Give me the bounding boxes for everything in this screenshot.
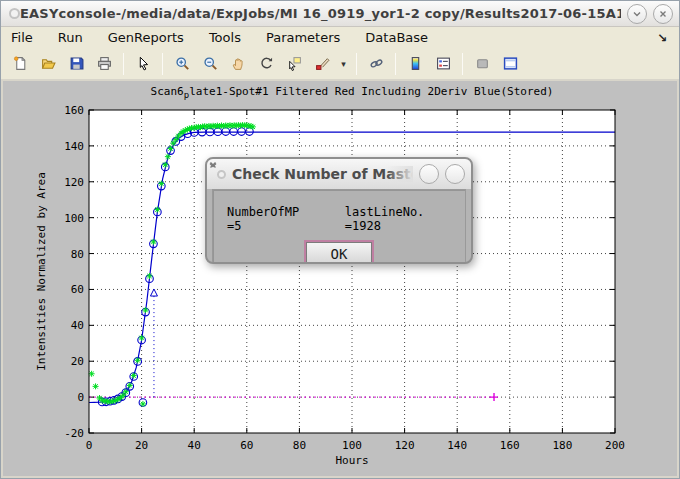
window-title: EASYconsole-/media/data/ExpJobs/MI 16_09… (20, 6, 621, 21)
zoom-out-button[interactable] (197, 51, 223, 77)
menu-file[interactable]: File (9, 29, 42, 46)
close-icon (207, 159, 219, 171)
brush-dropdown-button[interactable]: ▾ (337, 51, 350, 77)
zoom-in-icon (175, 56, 190, 71)
data-point-marker (168, 146, 174, 152)
data-point-marker (127, 382, 133, 388)
open-button[interactable] (35, 51, 61, 77)
data-point-marker (250, 124, 256, 130)
pointer-icon (136, 56, 151, 71)
data-point-marker (173, 137, 179, 143)
dialog-collapse-button[interactable] (419, 164, 439, 184)
dialog-title-bar[interactable]: Check Number of Master Pla (207, 159, 471, 189)
toolbar-separator (395, 53, 396, 75)
pan-button[interactable] (225, 51, 251, 77)
open-folder-icon (41, 56, 56, 71)
pan-hand-icon (231, 56, 246, 71)
menu-run[interactable]: Run (49, 29, 92, 46)
data-cursor-icon (287, 56, 302, 71)
brush-icon (315, 56, 330, 71)
menu-tools[interactable]: Tools (200, 29, 250, 46)
toolbar-separator (462, 53, 463, 75)
y-tick-label: 0 (77, 391, 84, 404)
y-tick-label: 140 (64, 140, 84, 153)
data-point-marker (165, 154, 171, 160)
number-of-mp-value: NumberOfMP =5 (227, 205, 319, 233)
toolbar-separator (356, 53, 357, 75)
x-tick-label: 120 (395, 439, 415, 452)
insert-colorbar-button[interactable] (402, 51, 428, 77)
data-point-marker (162, 162, 168, 168)
y-tick-label: 160 (64, 104, 84, 117)
app-window: EASYconsole-/media/data/ExpJobs/MI 16_09… (0, 0, 680, 479)
save-icon (69, 56, 84, 71)
brush-data-button[interactable] (309, 51, 335, 77)
y-tick-label: 20 (71, 355, 84, 368)
data-point-marker (120, 392, 126, 398)
dialog-title: Check Number of Master Pla (232, 166, 413, 182)
plot-tools-show-icon (503, 56, 518, 71)
hide-plot-tools-button[interactable] (469, 51, 495, 77)
caret-down-icon: ▾ (341, 59, 346, 69)
zoom-in-button[interactable] (169, 51, 195, 77)
print-icon (97, 56, 112, 71)
y-tick-label: -20 (64, 427, 84, 440)
show-plot-tools-button[interactable] (497, 51, 523, 77)
chart-title: Scan6plate1-Spot#1 Filtered Red Includin… (151, 85, 554, 100)
menu-database[interactable]: DataBase (356, 29, 437, 46)
save-button[interactable] (63, 51, 89, 77)
y-tick-label: 80 (71, 248, 84, 261)
data-point-marker (89, 371, 95, 377)
menu-parameters[interactable]: Parameters (257, 29, 349, 46)
close-button[interactable] (653, 4, 673, 24)
x-axis-label: Hours (335, 454, 368, 467)
new-document-icon (13, 56, 28, 71)
new-figure-button[interactable] (7, 51, 33, 77)
window-menu-icon[interactable] (9, 8, 20, 19)
menu-genreports[interactable]: GenReports (99, 29, 193, 46)
chart-canvas[interactable]: 020406080100120140160180200-200204060801… (1, 79, 679, 478)
x-tick-label: 40 (188, 439, 201, 452)
print-button[interactable] (91, 51, 117, 77)
dialog-body: NumberOfMP =5 lastLineNo. =1928 OK (212, 189, 466, 264)
rotate-icon (259, 56, 274, 71)
x-tick-label: 200 (605, 439, 625, 452)
data-point-marker (170, 140, 176, 146)
x-tick-label: 20 (135, 439, 148, 452)
last-line-no-value: lastLineNo. =1928 (345, 205, 465, 233)
tear-off-arrow-icon[interactable]: ↘ (657, 31, 671, 45)
title-bar[interactable]: EASYconsole-/media/data/ExpJobs/MI 16_09… (1, 1, 679, 27)
title-fade (387, 166, 413, 182)
y-tick-label: 40 (71, 319, 84, 332)
rotate-3d-button[interactable] (253, 51, 279, 77)
data-point-marker (143, 307, 149, 313)
toolbar: ▾ (1, 48, 679, 79)
x-tick-label: 100 (342, 439, 362, 452)
plot-tools-hide-icon (475, 56, 490, 71)
close-icon (657, 8, 669, 20)
y-tick-label: 60 (71, 283, 84, 296)
ok-button[interactable]: OK (306, 242, 372, 264)
insert-legend-button[interactable] (430, 51, 456, 77)
data-cursor-button[interactable] (281, 51, 307, 77)
link-plot-button[interactable] (363, 51, 389, 77)
data-point-marker (154, 207, 160, 213)
data-point-marker (93, 383, 99, 389)
zoom-out-icon (203, 56, 218, 71)
collapse-button[interactable] (627, 4, 647, 24)
edit-plot-button[interactable] (130, 51, 156, 77)
x-tick-label: 180 (552, 439, 572, 452)
dialog-close-button[interactable] (445, 164, 465, 184)
figure-area: 020406080100120140160180200-200204060801… (1, 79, 679, 478)
data-point-marker (158, 181, 164, 187)
data-point-marker (131, 373, 137, 379)
data-point-marker (140, 401, 146, 407)
y-axis-label: Intensities Normalized by Area (35, 172, 48, 371)
link-chain-icon (369, 56, 384, 71)
data-point-marker (146, 273, 152, 279)
x-tick-label: 60 (240, 439, 253, 452)
chevron-down-icon (631, 8, 643, 20)
x-tick-label: 140 (447, 439, 467, 452)
y-tick-label: 120 (64, 176, 84, 189)
check-master-plates-dialog: Check Number of Master Pla NumberOfMP =5… (205, 157, 473, 264)
